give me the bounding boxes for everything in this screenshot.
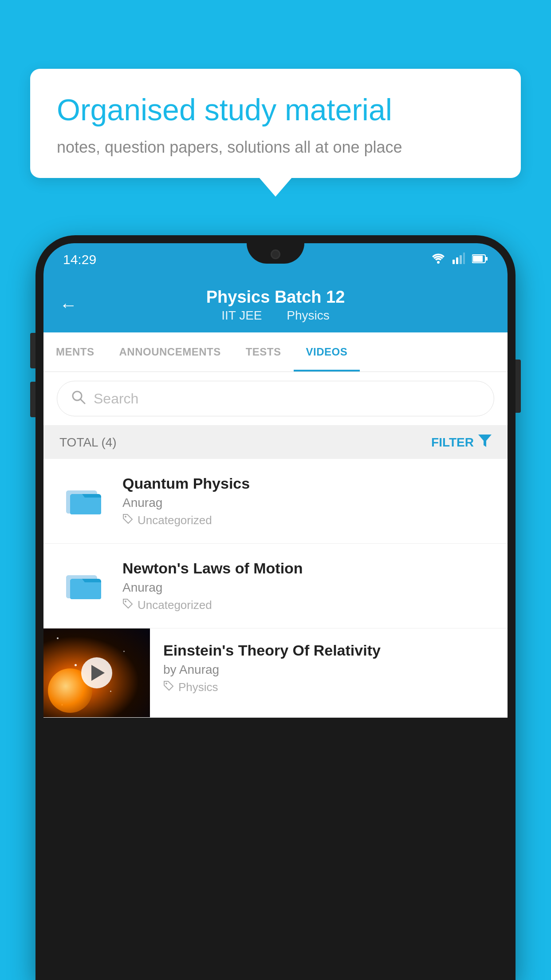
list-item[interactable]: Quantum Physics Anurag Uncategorized: [43, 459, 508, 544]
app-header: ← Physics Batch 12 IIT JEE Physics: [43, 276, 508, 332]
tag-label-2: Uncategorized: [138, 598, 212, 612]
phone-screen-area: 14:29: [43, 243, 508, 718]
video-tag-1: Uncategorized: [122, 514, 492, 527]
search-placeholder: Search: [94, 391, 138, 407]
wifi-icon: [431, 253, 445, 267]
header-subtitle: IIT JEE Physics: [206, 308, 345, 323]
svg-point-19: [165, 683, 167, 684]
filter-icon: [478, 435, 492, 450]
phone-outer: 14:29: [35, 235, 516, 980]
status-icons: [431, 253, 488, 267]
video-title-2: Newton's Laws of Motion: [122, 560, 492, 577]
video-author-3: by Anurag: [163, 663, 494, 677]
einstein-thumb-bg: [43, 628, 150, 717]
play-button[interactable]: [81, 657, 112, 688]
svg-rect-3: [460, 255, 462, 264]
volume-down-button[interactable]: [30, 382, 35, 417]
search-input-wrap[interactable]: Search: [57, 381, 494, 416]
tab-ments[interactable]: MENTS: [43, 332, 107, 371]
svg-rect-1: [453, 260, 455, 264]
video-item-info-2: Newton's Laws of Motion Anurag Uncategor…: [122, 560, 492, 612]
speech-bubble-title: Organised study material: [57, 92, 494, 128]
video-author-1: Anurag: [122, 496, 492, 510]
video-title-1: Quantum Physics: [122, 475, 492, 492]
search-icon: [71, 389, 86, 408]
front-camera: [271, 249, 280, 259]
header-center: Physics Batch 12 IIT JEE Physics: [206, 288, 345, 323]
list-item[interactable]: Newton's Laws of Motion Anurag Uncategor…: [43, 544, 508, 628]
svg-rect-7: [485, 257, 488, 261]
play-icon: [91, 665, 105, 681]
tabs-bar: MENTS ANNOUNCEMENTS TESTS VIDEOS: [43, 332, 508, 372]
volume-up-button[interactable]: [30, 333, 35, 368]
svg-point-14: [125, 516, 126, 518]
phone-screen: ← Physics Batch 12 IIT JEE Physics MENTS: [43, 276, 508, 718]
video-list: Quantum Physics Anurag Uncategorized: [43, 459, 508, 718]
tag-icon-3: [163, 680, 174, 694]
video-item-info-1: Quantum Physics Anurag Uncategorized: [122, 475, 492, 527]
filter-label: FILTER: [431, 435, 474, 450]
tab-announcements[interactable]: ANNOUNCEMENTS: [107, 332, 233, 371]
filter-bar: TOTAL (4) FILTER: [43, 426, 508, 459]
tag-icon-2: [122, 598, 133, 612]
tag-icon-1: [122, 514, 133, 527]
video-tag-3: Physics: [163, 680, 494, 694]
svg-rect-17: [70, 582, 101, 599]
phone-frame: 14:29: [35, 235, 516, 980]
list-item[interactable]: Einstein's Theory Of Relativity by Anura…: [43, 628, 508, 718]
speech-bubble: Organised study material notes, question…: [30, 69, 521, 178]
tab-tests[interactable]: TESTS: [233, 332, 294, 371]
svg-rect-2: [456, 257, 458, 264]
svg-point-0: [437, 261, 440, 264]
svg-point-18: [125, 601, 126, 602]
signal-icon: [453, 253, 465, 267]
svg-marker-10: [478, 435, 492, 447]
back-button[interactable]: ←: [59, 295, 77, 315]
svg-line-9: [80, 399, 85, 403]
search-container: Search: [43, 372, 508, 426]
tab-videos[interactable]: VIDEOS: [294, 332, 360, 371]
speech-bubble-subtitle: notes, question papers, solutions all at…: [57, 138, 494, 157]
header-title: Physics Batch 12: [206, 288, 345, 307]
video-title-3: Einstein's Theory Of Relativity: [163, 642, 494, 659]
total-count: TOTAL (4): [59, 435, 117, 450]
video-thumbnail-1: [59, 475, 108, 524]
power-button[interactable]: [516, 360, 521, 413]
phone-notch: [247, 243, 304, 264]
video-author-2: Anurag: [122, 581, 492, 595]
svg-rect-4: [463, 253, 465, 264]
battery-icon: [472, 253, 488, 267]
header-subtitle-iitjee: IIT JEE: [221, 308, 262, 322]
tag-label-1: Uncategorized: [138, 514, 212, 527]
status-time: 14:29: [63, 252, 96, 267]
einstein-info: Einstein's Theory Of Relativity by Anura…: [150, 628, 508, 707]
header-subtitle-physics: Physics: [287, 308, 329, 322]
video-tag-2: Uncategorized: [122, 598, 492, 612]
filter-button[interactable]: FILTER: [431, 435, 492, 450]
einstein-thumbnail: [43, 628, 150, 717]
svg-rect-6: [473, 256, 483, 262]
tag-label-3: Physics: [178, 680, 218, 694]
status-bar: 14:29: [43, 243, 508, 276]
video-thumbnail-2: [59, 560, 108, 609]
svg-rect-13: [70, 498, 101, 514]
